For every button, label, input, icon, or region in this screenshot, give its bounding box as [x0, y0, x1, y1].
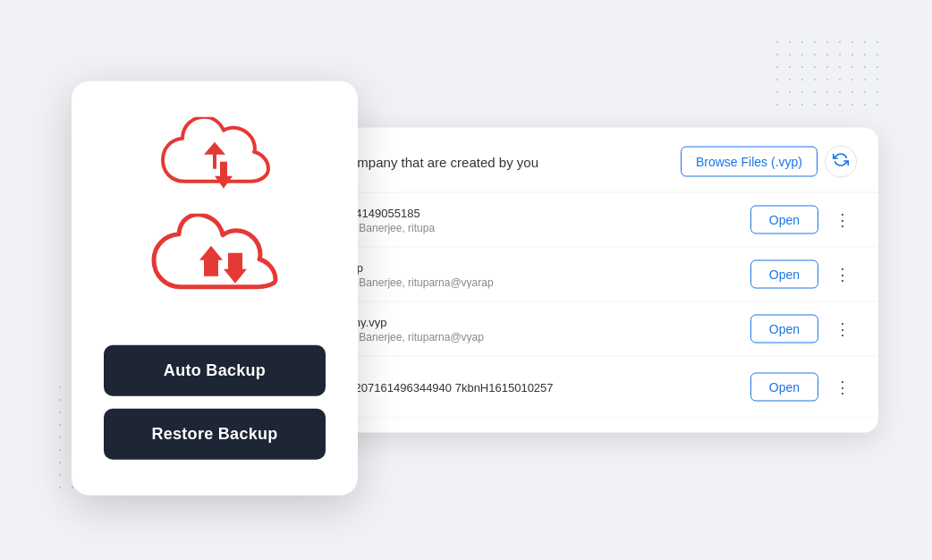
file-panel: e the company that are created by you Br… [288, 128, 878, 433]
file-meta: Rituparna Banerjee, ritupa [309, 221, 740, 233]
cloud-arrows-svg [143, 214, 286, 317]
file-row: eport1614149055185 Rituparna Banerjee, r… [288, 193, 878, 248]
more-options-button[interactable]: ⋮ [829, 316, 857, 343]
open-button[interactable]: Open [750, 260, 818, 289]
more-options-button[interactable]: ⋮ [829, 261, 857, 288]
file-name: eport1614149055185 [309, 206, 740, 219]
file-row: e company.vyp Rituparna Banerjee, ritupa… [288, 302, 878, 357]
file-info: 40207.vyp Rituparna Banerjee, rituparna@… [309, 260, 740, 288]
file-panel-header: e the company that are created by you Br… [288, 128, 878, 193]
file-id-text: 9123140207161496344940 7kbnH1615010257 [309, 380, 740, 394]
file-name: 40207.vyp [309, 260, 740, 274]
svg-marker-2 [199, 246, 223, 276]
svg-marker-3 [224, 253, 247, 284]
file-meta: Rituparna Banerjee, rituparna@vyap [309, 330, 740, 343]
backup-card: Auto Backup Restore Backup [72, 81, 358, 496]
cloud-sync-icon [152, 117, 277, 207]
file-row: 40207.vyp Rituparna Banerjee, rituparna@… [288, 248, 878, 302]
file-id-row: 9123140207161496344940 7kbnH1615010257 O… [288, 357, 878, 419]
dots-decoration-top-right [771, 36, 878, 107]
backup-buttons: Auto Backup Restore Backup [104, 345, 326, 460]
cloud-icon-wrap [152, 117, 277, 207]
file-name: e company.vyp [309, 315, 740, 328]
header-actions: Browse Files (.vyp) [681, 146, 857, 178]
main-scene: e the company that are created by you Br… [0, 0, 932, 560]
file-info: eport1614149055185 Rituparna Banerjee, r… [309, 206, 740, 233]
cloud-graphic [143, 214, 286, 320]
restore-backup-button[interactable]: Restore Backup [104, 409, 326, 460]
more-options-button[interactable]: ⋮ [829, 207, 857, 233]
open-button[interactable]: Open [750, 373, 818, 402]
refresh-button[interactable] [825, 146, 857, 178]
open-button[interactable]: Open [750, 315, 818, 344]
auto-backup-button[interactable]: Auto Backup [104, 345, 326, 396]
file-meta: Rituparna Banerjee, rituparna@vyarap [309, 276, 740, 288]
file-info: e company.vyp Rituparna Banerjee, ritupa… [309, 315, 740, 343]
more-options-button[interactable]: ⋮ [829, 374, 857, 401]
svg-marker-1 [215, 162, 233, 189]
browse-files-button[interactable]: Browse Files (.vyp) [681, 147, 818, 177]
open-button[interactable]: Open [750, 206, 818, 234]
refresh-icon [833, 152, 849, 172]
